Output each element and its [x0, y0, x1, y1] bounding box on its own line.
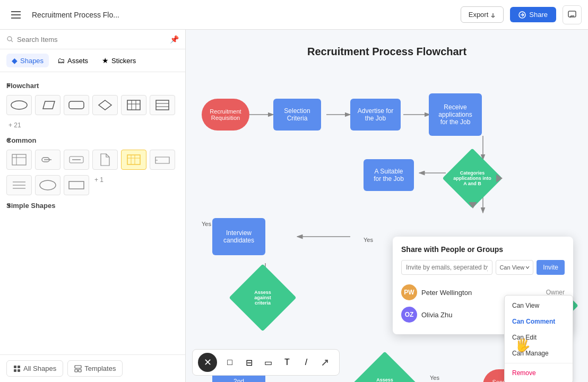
shape-banner[interactable]: [150, 150, 175, 170]
permission-dropdown[interactable]: Can View: [496, 260, 533, 275]
svg-marker-6: [99, 100, 111, 110]
node-receive-applications[interactable]: Receiveapplicationsfor the Job: [429, 93, 482, 136]
shape-parallelogram[interactable]: [35, 95, 60, 115]
node-advertise-job[interactable]: Advertise forthe Job: [350, 99, 401, 131]
bottom-tabs: All Shapes Templates: [0, 354, 185, 382]
export-button[interactable]: Export: [461, 6, 504, 23]
svg-rect-27: [69, 181, 84, 189]
shape-text[interactable]: [64, 150, 89, 170]
svg-rect-7: [127, 100, 140, 110]
node-selection-criteria[interactable]: SelectionCriteria: [273, 99, 321, 131]
shape-rounded-rect[interactable]: [64, 95, 89, 115]
search-input[interactable]: [17, 36, 167, 44]
svg-rect-34: [79, 369, 81, 372]
common-shapes-2: + 1: [6, 175, 179, 195]
shape-link[interactable]: [35, 150, 60, 170]
shape-list[interactable]: [6, 175, 32, 195]
invite-input[interactable]: [401, 260, 492, 275]
template-icon: [74, 365, 82, 372]
rounded-tool[interactable]: ▭: [260, 354, 276, 371]
svg-rect-5: [69, 101, 84, 109]
perm-can-edit[interactable]: Can Edit: [505, 329, 573, 345]
shapes-content: ▼ Flowchart: [0, 72, 185, 354]
flowchart-shapes: [6, 95, 179, 115]
section-simple-shapes[interactable]: ▼ Simple Shapes: [6, 202, 179, 210]
tab-shapes[interactable]: ◆ Shapes: [6, 54, 49, 67]
tab-stickers[interactable]: ★ Stickers: [97, 54, 141, 67]
comment-button[interactable]: [563, 5, 582, 24]
svg-point-26: [40, 180, 56, 190]
shape-ellipse[interactable]: [6, 95, 32, 115]
tab-row: ◆ Shapes 🗂 Assets ★ Stickers: [0, 49, 185, 72]
arrow-down-cat: [469, 202, 477, 209]
node-assess-criteria-2[interactable]: Assessagainstcriteria: [361, 361, 409, 382]
node-interview-candidates[interactable]: Interviewcandidates: [212, 218, 265, 255]
text-tool[interactable]: T: [279, 354, 296, 371]
avatar-olivia: OZ: [401, 307, 417, 323]
svg-rect-14: [12, 154, 26, 165]
svg-marker-4: [43, 101, 55, 109]
svg-rect-29: [18, 366, 20, 368]
avatar-peter: PW: [401, 284, 417, 300]
svg-rect-32: [75, 366, 81, 368]
common-more[interactable]: + 1: [92, 175, 106, 195]
svg-point-3: [11, 101, 27, 109]
shape-grid2[interactable]: [150, 95, 175, 115]
node-recruitment-requisition[interactable]: RecruitmentRequisition: [202, 99, 249, 131]
svg-rect-30: [14, 369, 16, 372]
yes-label: Yes: [202, 221, 211, 227]
invite-submit-button[interactable]: Invite: [537, 260, 565, 275]
canvas[interactable]: Recruitment Process Flowchart Yes: [186, 30, 588, 382]
flowchart-title: Recruitment Process Flowchart: [307, 46, 466, 58]
chevron-down-icon: [525, 266, 530, 269]
all-shapes-button[interactable]: All Shapes: [6, 360, 63, 377]
svg-text:Yes: Yes: [364, 237, 373, 243]
pin-icon: 📌: [170, 35, 179, 44]
arrow-tool[interactable]: [317, 354, 334, 371]
node-suitable-job[interactable]: A Suitablefor the Job: [364, 159, 414, 191]
node-assess-criteria-1[interactable]: Assessagainstcriteria: [239, 274, 287, 322]
shape-diamond[interactable]: [92, 95, 118, 115]
perm-remove[interactable]: Remove: [505, 365, 573, 381]
drawing-toolbar: ✕ □ ⊟ ▭ T /: [192, 349, 340, 376]
section-common[interactable]: ▼ Common: [6, 136, 179, 144]
search-bar: 📌: [0, 30, 185, 49]
tab-assets[interactable]: 🗂 Assets: [52, 54, 93, 67]
close-toolbar-button[interactable]: ✕: [198, 353, 217, 372]
svg-rect-28: [14, 366, 16, 368]
svg-rect-17: [70, 157, 83, 163]
yes-label-3: Yes: [430, 375, 439, 381]
section-flowchart[interactable]: ▼ Flowchart: [6, 82, 179, 90]
document-title: Recruitment Process Flo...: [32, 11, 454, 19]
node-categories[interactable]: Categoriesapplications intoA and B: [451, 157, 494, 199]
perm-can-manage[interactable]: Can Manage: [505, 345, 573, 361]
line-tool[interactable]: /: [298, 354, 315, 371]
perm-can-comment[interactable]: Can Comment: [505, 314, 573, 329]
main-layout: 📌 ◆ Shapes 🗂 Assets ★ Stickers ▼ Flowcha…: [0, 30, 588, 382]
common-shapes: [6, 150, 179, 170]
templates-button[interactable]: Templates: [67, 360, 123, 377]
shape-table[interactable]: [6, 150, 32, 170]
svg-rect-11: [156, 100, 169, 110]
shape-grid1[interactable]: [121, 95, 146, 115]
shape-oval[interactable]: [35, 175, 60, 195]
stack-tool[interactable]: ⊟: [240, 354, 257, 371]
perm-menu-divider: [505, 363, 573, 363]
menu-button[interactable]: [6, 5, 25, 24]
user-name-olivia: Olivia Zhu: [421, 311, 508, 319]
flowchart-more[interactable]: + 21: [6, 120, 179, 130]
header: Recruitment Process Flo... Export Share: [0, 0, 588, 30]
rect-tool[interactable]: □: [221, 354, 238, 371]
perm-can-view[interactable]: Can View: [505, 298, 573, 314]
invite-row: Can View Invite: [401, 260, 565, 275]
sidebar: 📌 ◆ Shapes 🗂 Assets ★ Stickers ▼ Flowcha…: [0, 30, 186, 382]
svg-point-2: [7, 37, 12, 41]
arrow-draw-icon: [321, 358, 330, 367]
svg-rect-19: [127, 155, 140, 164]
shape-doc[interactable]: [92, 150, 118, 170]
svg-rect-31: [18, 369, 20, 372]
share-button[interactable]: Share: [510, 7, 556, 22]
shape-yellow-grid[interactable]: [121, 150, 146, 170]
permission-menu: Can View Can Comment Can Edit Can Manage…: [504, 295, 573, 382]
shape-rect-simple[interactable]: [64, 175, 89, 195]
